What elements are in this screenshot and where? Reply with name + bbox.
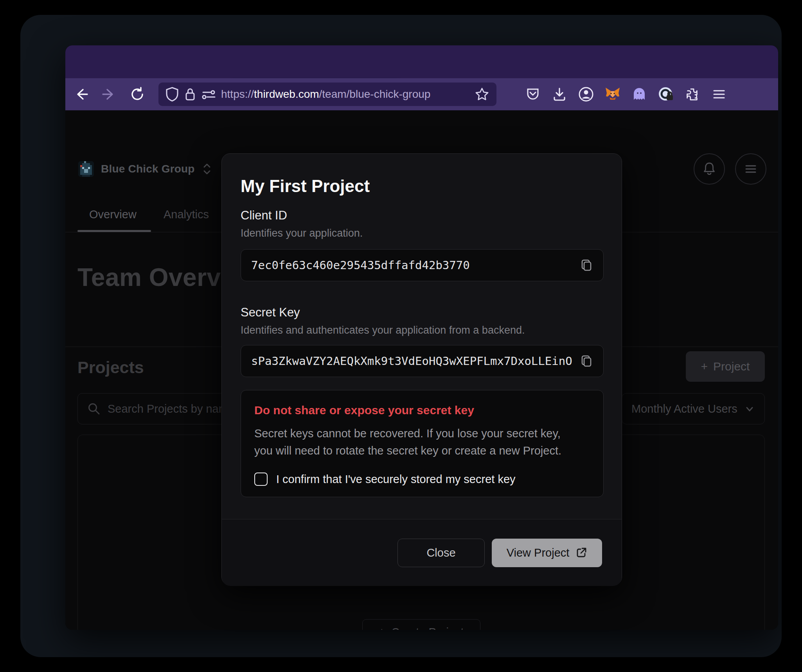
warning-title: Do not share or expose your secret key (254, 404, 590, 417)
search-icon (87, 402, 101, 415)
secret-key-warning: Do not share or expose your secret key S… (241, 390, 604, 497)
client-id-value: 7ec0fe63c460e295435dffafd42b3770 (251, 259, 572, 272)
team-avatar (78, 161, 94, 177)
create-project-label: Create Project (391, 626, 464, 630)
tracking-protection-shield-icon[interactable] (165, 87, 179, 102)
external-link-icon (575, 547, 587, 559)
sort-dropdown[interactable]: Monthly Active Users (622, 393, 765, 424)
metamask-icon[interactable] (604, 85, 622, 103)
back-icon[interactable] (72, 86, 90, 103)
onepassword-icon[interactable] (657, 85, 675, 103)
connection-lock-icon[interactable] (184, 87, 196, 101)
project-details-modal: My First Project Client ID Identifies yo… (221, 153, 622, 586)
copy-icon[interactable] (580, 258, 593, 273)
modal-title: My First Project (241, 176, 370, 196)
confirm-label: I confirm that I've securely stored my s… (276, 473, 516, 486)
menu-hamburger-icon[interactable] (710, 85, 728, 103)
secret-key-description: Identifies and authenticates your applic… (241, 324, 525, 336)
downloads-icon[interactable] (550, 85, 568, 103)
team-switcher[interactable]: Blue Chick Group (78, 161, 212, 177)
browser-toolbar: https://thirdweb.com/team/blue-chick-gro… (65, 78, 778, 110)
pocket-icon[interactable] (524, 85, 542, 103)
confirm-row: I confirm that I've securely stored my s… (254, 473, 590, 486)
tab-overview[interactable]: Overview (89, 208, 137, 221)
chevron-down-icon (744, 403, 755, 414)
account-icon[interactable] (577, 85, 595, 103)
secret-key-value: sPa3ZkwaVZY2AEQkXmk9t3VdEoHQ3wXEPFLmx7Dx… (251, 354, 572, 368)
reload-icon[interactable] (129, 86, 146, 103)
url-domain: thirdweb.com (254, 88, 319, 100)
projects-heading: Projects (77, 358, 144, 377)
modal-footer: Close View Project (222, 519, 622, 586)
view-project-label: View Project (507, 546, 570, 559)
phantom-icon[interactable] (630, 85, 648, 103)
url-bar[interactable]: https://thirdweb.com/team/blue-chick-gro… (158, 83, 496, 106)
active-tab-underline (77, 230, 151, 232)
client-id-field[interactable]: 7ec0fe63c460e295435dffafd42b3770 (241, 249, 604, 281)
create-project-button[interactable]: + Create Project (362, 619, 480, 630)
notifications-bell-button[interactable] (694, 153, 725, 185)
url-scheme: https:// (221, 88, 254, 100)
plus-icon: + (701, 360, 708, 373)
sort-selected-value: Monthly Active Users (631, 402, 737, 415)
team-switch-chevrons-icon (202, 162, 212, 176)
view-project-button[interactable]: View Project (492, 539, 602, 567)
copy-icon[interactable] (580, 354, 593, 368)
extensions-puzzle-icon[interactable] (683, 85, 701, 103)
team-name: Blue Chick Group (101, 163, 195, 175)
close-button[interactable]: Close (397, 539, 485, 567)
forward-icon[interactable] (101, 86, 118, 103)
desktop-background: thirdweb: The complete web3 d ✕ + (20, 15, 782, 657)
bookmark-star-icon[interactable] (475, 87, 489, 102)
tab-analytics[interactable]: Analytics (164, 208, 209, 221)
add-project-button[interactable]: + Project (686, 351, 765, 382)
permissions-icon[interactable] (201, 88, 216, 100)
client-id-label: Client ID (241, 208, 287, 223)
client-id-description: Identifies your application. (241, 227, 363, 239)
secret-key-label: Secret Key (241, 305, 300, 320)
plus-icon: + (378, 626, 385, 630)
browser-tab-bar: thirdweb: The complete web3 d ✕ + (65, 45, 778, 78)
account-menu-button[interactable] (735, 153, 766, 185)
toolbar-extensions (515, 85, 728, 103)
warning-body: Secret keys cannot be recovered. If you … (254, 425, 579, 459)
url-path: /team/blue-chick-group (319, 88, 431, 100)
add-project-label: Project (713, 360, 750, 373)
confirm-checkbox[interactable] (254, 473, 268, 486)
url-text[interactable]: https://thirdweb.com/team/blue-chick-gro… (221, 88, 469, 101)
secret-key-field[interactable]: sPa3ZkwaVZY2AEQkXmk9t3VdEoHQ3wXEPFLmx7Dx… (241, 345, 604, 377)
